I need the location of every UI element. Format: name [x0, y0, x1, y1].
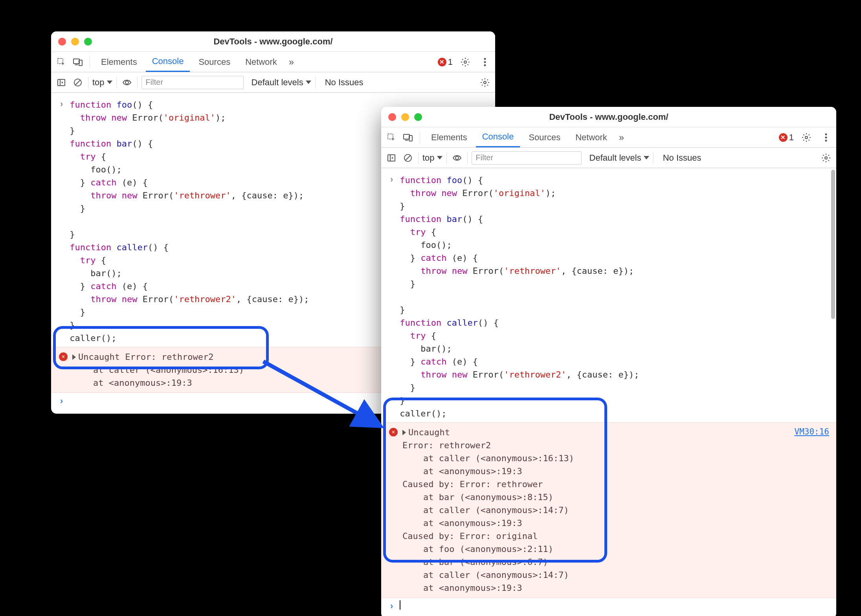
- log-levels-selector[interactable]: Default levels: [252, 77, 311, 88]
- filter-input[interactable]: [472, 151, 582, 165]
- chevron-down-icon: [107, 81, 112, 84]
- more-tabs-icon[interactable]: »: [616, 132, 627, 143]
- console-toolbar: top Default levels No Issues: [51, 72, 495, 93]
- window-title: DevTools - www.google.com/: [51, 37, 495, 47]
- separator: [418, 152, 419, 164]
- device-toolbar-icon[interactable]: [401, 130, 415, 145]
- source-link[interactable]: VM30:16: [794, 426, 829, 438]
- separator: [467, 152, 468, 164]
- console-prompt-row[interactable]: ›: [381, 598, 836, 616]
- maximize-window-button[interactable]: [84, 38, 92, 46]
- error-count-badge[interactable]: ✕ 1: [779, 132, 794, 143]
- svg-point-20: [825, 136, 827, 138]
- settings-gear-icon[interactable]: [799, 130, 813, 145]
- devtools-tabbar: Elements Console Sources Network » ✕ 1: [51, 52, 495, 72]
- error-count-badge[interactable]: ✕ 1: [438, 57, 453, 67]
- error-icon: ✕: [389, 428, 398, 436]
- traffic-lights: [388, 113, 422, 121]
- tab-elements[interactable]: Elements: [425, 127, 474, 147]
- settings-gear-icon[interactable]: [458, 55, 472, 69]
- chevron-down-icon: [306, 81, 311, 84]
- code-block: function foo() { throw new Error('origin…: [70, 98, 309, 345]
- tab-elements[interactable]: Elements: [95, 52, 143, 72]
- separator: [420, 132, 420, 143]
- tab-console[interactable]: Console: [146, 52, 190, 72]
- chevron-down-icon: [644, 156, 649, 160]
- svg-line-11: [75, 80, 80, 85]
- svg-point-21: [825, 139, 827, 141]
- svg-line-25: [406, 156, 410, 160]
- minimize-window-button[interactable]: [71, 38, 79, 46]
- sidebar-toggle-icon[interactable]: [385, 152, 398, 164]
- chevron-right-icon: ›: [389, 600, 394, 613]
- separator: [315, 77, 316, 88]
- svg-rect-8: [58, 79, 65, 86]
- disclosure-triangle-icon[interactable]: [402, 430, 406, 435]
- svg-point-5: [484, 58, 486, 60]
- svg-point-4: [464, 61, 466, 63]
- scrollbar[interactable]: [831, 170, 835, 319]
- maximize-window-button[interactable]: [414, 113, 422, 121]
- live-expression-icon[interactable]: [451, 152, 463, 164]
- tab-sources[interactable]: Sources: [522, 127, 567, 147]
- devtools-window-2: DevTools - www.google.com/ Elements Cons…: [381, 107, 836, 616]
- tab-console[interactable]: Console: [476, 127, 520, 147]
- log-levels-selector[interactable]: Default levels: [589, 153, 649, 163]
- separator: [137, 77, 138, 88]
- console-settings-gear-icon[interactable]: [479, 76, 491, 89]
- context-selector[interactable]: top: [92, 77, 112, 88]
- error-text: Uncaught Error: rethrower2 at caller (<a…: [402, 426, 574, 594]
- console-toolbar: top Default levels No Issues: [381, 148, 836, 168]
- minimize-window-button[interactable]: [401, 113, 409, 121]
- chevron-right-icon: ›: [59, 395, 64, 408]
- svg-point-19: [825, 133, 827, 135]
- svg-rect-22: [388, 155, 395, 161]
- kebab-menu-icon[interactable]: [478, 55, 492, 69]
- error-text: Uncaught Error: rethrower2 at caller (<a…: [72, 350, 244, 389]
- console-messages: › function foo() { throw new Error('orig…: [381, 168, 836, 616]
- filter-input[interactable]: [141, 76, 244, 89]
- titlebar: DevTools - www.google.com/: [381, 107, 836, 127]
- svg-point-26: [455, 156, 459, 160]
- inspect-element-icon[interactable]: [384, 130, 398, 145]
- svg-point-18: [805, 136, 808, 139]
- console-input-echo: › function foo() { throw new Error('orig…: [381, 171, 836, 422]
- separator: [446, 152, 447, 164]
- sidebar-toggle-icon[interactable]: [55, 76, 68, 89]
- error-icon: ✕: [59, 352, 68, 361]
- separator: [116, 77, 117, 88]
- device-toolbar-icon[interactable]: [71, 55, 85, 69]
- chevron-down-icon: [437, 156, 442, 160]
- context-selector[interactable]: top: [422, 153, 442, 163]
- close-window-button[interactable]: [388, 113, 396, 121]
- error-message-row: ✕ Uncaught Error: rethrower2 at caller (…: [381, 422, 836, 598]
- more-tabs-icon[interactable]: »: [286, 57, 297, 68]
- clear-console-icon[interactable]: [402, 152, 414, 164]
- chevron-right-icon: ›: [389, 174, 394, 420]
- text-cursor: [400, 600, 400, 610]
- kebab-menu-icon[interactable]: [819, 130, 833, 145]
- inspect-element-icon[interactable]: [54, 55, 68, 69]
- issues-label[interactable]: No Issues: [663, 153, 701, 163]
- window-title: DevTools - www.google.com/: [381, 112, 836, 122]
- separator: [88, 77, 88, 88]
- svg-rect-15: [404, 134, 409, 139]
- svg-point-13: [484, 81, 486, 84]
- chevron-right-icon: ›: [59, 98, 64, 345]
- tab-network[interactable]: Network: [239, 52, 283, 72]
- svg-rect-1: [73, 59, 79, 64]
- console-settings-gear-icon[interactable]: [820, 152, 832, 164]
- tab-network[interactable]: Network: [569, 127, 613, 147]
- live-expression-icon[interactable]: [121, 76, 133, 89]
- issues-label[interactable]: No Issues: [325, 77, 363, 88]
- separator: [653, 152, 654, 164]
- devtools-tabbar: Elements Console Sources Network » ✕ 1: [381, 127, 836, 148]
- svg-point-27: [825, 157, 827, 159]
- svg-point-12: [125, 81, 129, 84]
- svg-point-7: [484, 64, 486, 66]
- disclosure-triangle-icon[interactable]: [72, 354, 76, 360]
- close-window-button[interactable]: [58, 38, 66, 46]
- tab-sources[interactable]: Sources: [192, 52, 237, 72]
- clear-console-icon[interactable]: [72, 76, 84, 89]
- code-block: function foo() { throw new Error('origin…: [400, 174, 639, 420]
